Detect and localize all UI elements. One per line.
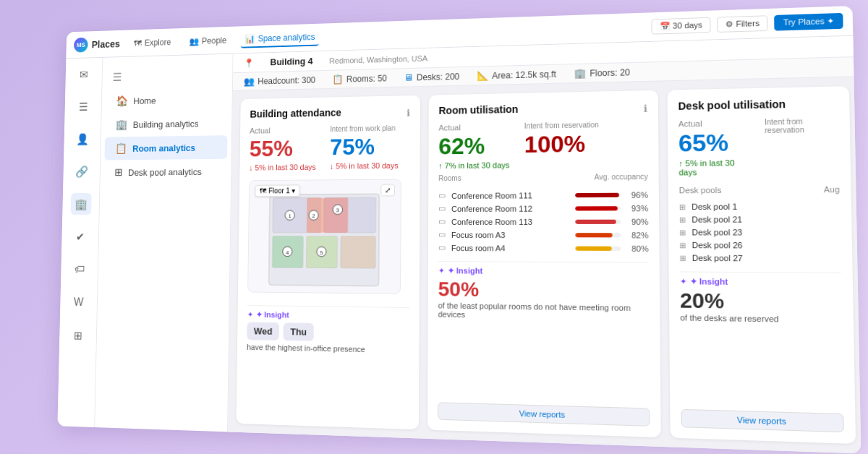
building-attendance-insight: ✦ ✦ Insight Wed Thu have the highest in-…: [247, 305, 409, 354]
desk-pool-icon: ⊞: [679, 228, 686, 236]
app-name: Places: [92, 38, 120, 50]
svg-text:3: 3: [336, 207, 339, 214]
room-actual-metric: Actual 62% ↑ 7% in last 30 days: [438, 122, 509, 170]
building-location: Redmond, Washington, USA: [329, 53, 427, 64]
desk-pool-insight-text: of the desks are reserved: [680, 313, 842, 325]
insight-days: Wed Thu: [247, 322, 409, 343]
sidebar-people-icon[interactable]: 👤: [72, 128, 93, 150]
sidebar-grid-icon[interactable]: ⊞: [67, 324, 88, 346]
rooms-stat: 📋 Rooms: 50: [332, 73, 387, 85]
room-bar-wrap: [575, 206, 621, 210]
filters-button[interactable]: ⚙ Filters: [717, 15, 768, 33]
desk-pool-metrics: Actual 65% ↑ 5% in last 30 days Intent f…: [678, 117, 840, 177]
sidebar-tag-icon[interactable]: 🏷: [69, 258, 90, 280]
nav-right: 📅 30 days ⚙ Filters Try Places ✦: [651, 13, 843, 35]
wed-badge: Wed: [247, 322, 279, 340]
desk-pool-trend: ↑ 5% in last 30 days: [678, 158, 749, 177]
nav-space-analytics[interactable]: 📊 Space analytics: [241, 29, 319, 48]
svg-rect-7: [324, 198, 349, 234]
sidebar-mail-icon[interactable]: ✉: [73, 64, 94, 85]
building-name: Building 4: [270, 56, 312, 67]
room-view-reports-button[interactable]: View reports: [438, 402, 650, 427]
headcount-icon: 👥: [244, 76, 255, 87]
table-row: ▭ Focus room A4 80%: [438, 243, 649, 253]
date-range-button[interactable]: 📅 30 days: [651, 17, 711, 35]
app-logo: MS Places: [74, 36, 120, 52]
try-places-button[interactable]: Try Places ✦: [775, 13, 843, 31]
sidebar-check-icon[interactable]: ✔: [69, 226, 90, 247]
floors-icon: 🏢: [574, 68, 587, 79]
table-row: ▭ Conference Room 113 90%: [438, 217, 648, 226]
desk-pool-icon: ⊞: [679, 254, 686, 262]
room-metrics: Actual 62% ↑ 7% in last 30 days Intent f…: [438, 120, 647, 170]
building-attendance-title: Building attendance: [250, 107, 341, 120]
floor-map-svg: 2 3 1 4 5: [248, 180, 401, 294]
rooms-icon: 📋: [332, 74, 343, 85]
desk-pool-icon: ⊞: [679, 202, 686, 210]
desk-pool-intent: Intent from reservation: [765, 117, 840, 176]
nav-explore[interactable]: 🗺 Explore: [130, 34, 175, 50]
svg-rect-10: [341, 236, 375, 268]
room-utilisation-insight: ✦ ✦ Insight 50% of the least popular roo…: [438, 261, 650, 322]
content-area: 📍 Building 4 Redmond, Washington, USA 👥 …: [228, 36, 861, 454]
cards-row: Building attendance ℹ Actual 55% ↓ 5% in…: [228, 76, 861, 453]
room-info-icon[interactable]: ℹ: [644, 103, 647, 113]
room-actual-value: 62%: [438, 133, 509, 159]
logo-icon: MS: [74, 37, 88, 52]
insight-text: have the highest in-office presence: [247, 343, 409, 354]
room-bar: [575, 233, 613, 237]
list-item: ⊞ Desk pool 21: [679, 215, 841, 224]
floor-selector[interactable]: 🗺 Floor 1 ▾: [255, 185, 300, 197]
nav-home[interactable]: 🏠 Home: [106, 87, 229, 113]
actual-value: 55%: [250, 136, 317, 161]
room-row-icon: ▭: [438, 191, 446, 200]
actual-trend: ↓ 5% in last 30 days: [249, 163, 315, 172]
expand-button[interactable]: ⤢: [380, 184, 395, 197]
aug-label: Aug: [824, 185, 840, 194]
nav-room-analytics[interactable]: 📋 Room analytics: [104, 135, 227, 160]
list-item: ⊞ Desk pool 23: [679, 228, 841, 237]
desk-pool-actual: Actual 65% ↑ 5% in last 30 days: [678, 119, 749, 177]
desk-pool-icon: ⊞: [679, 241, 686, 249]
room-utilisation-title: Room utilisation: [438, 103, 518, 116]
hamburger-menu[interactable]: ☰: [102, 62, 232, 90]
floors-stat: 🏢 Floors: 20: [574, 67, 630, 79]
desk-pool-list: ⊞ Desk pool 1 ⊞ Desk pool 21 ⊞ Desk pool…: [679, 202, 841, 263]
sidebar-word-icon[interactable]: W: [68, 291, 89, 314]
intent-metric: Intent from work plan 75% ↓ 5% in last 3…: [330, 124, 399, 171]
room-list-header: Rooms Avg. occupancy: [438, 173, 648, 182]
sidebar-menu-icon[interactable]: ☰: [72, 95, 93, 117]
area-icon: 📐: [477, 70, 488, 81]
list-item: ⊞ Desk pool 26: [679, 241, 841, 250]
desks-stat: 🖥 Desks: 200: [404, 71, 459, 83]
room-icon: 📋: [115, 142, 127, 155]
room-row-icon: ▭: [438, 217, 446, 226]
building-attendance-card: Building attendance ℹ Actual 55% ↓ 5% in…: [236, 95, 420, 429]
nav-desk-pool-analytics[interactable]: ⊞ Desk pool analytics: [104, 160, 227, 184]
home-icon: 🏠: [116, 95, 128, 107]
room-bar: [575, 219, 616, 223]
room-row-icon: ▭: [438, 230, 446, 239]
desk-pool-title: Desk pool utilisation: [678, 97, 838, 112]
room-bar: [575, 246, 611, 250]
nav-building-analytics[interactable]: 🏢 Building analytics: [105, 111, 228, 137]
desks-icon: 🖥: [404, 72, 413, 83]
list-item: ⊞ Desk pool 1: [679, 202, 840, 211]
attendance-metrics: Actual 55% ↓ 5% in last 30 days Intent f…: [249, 124, 410, 171]
left-panel: ☰ 🏠 Home 🏢 Building analytics 📋 Room ana…: [95, 54, 233, 432]
svg-text:4: 4: [286, 249, 289, 256]
desk-pool-view-reports-button[interactable]: View reports: [681, 409, 843, 432]
sidebar-places-icon[interactable]: 🏢: [70, 193, 91, 215]
room-bar-wrap: [575, 233, 621, 237]
desk-pool-actual-value: 65%: [678, 129, 749, 157]
actual-metric: Actual 55% ↓ 5% in last 30 days: [249, 126, 316, 172]
sidebar-org-icon[interactable]: 🔗: [71, 160, 92, 182]
list-item: ⊞ Desk pool 27: [679, 254, 841, 264]
info-icon[interactable]: ℹ: [407, 107, 410, 118]
nav-people[interactable]: 👥 People: [185, 33, 231, 49]
desk-pool-insight: ✦ ✦ Insight 20% of the desks are reserve…: [680, 272, 842, 325]
main-layout: ✉ ☰ 👤 🔗 🏢 ✔ 🏷 W ⊞ ☰ 🏠 Home 🏢 Building an…: [57, 36, 861, 454]
area-stat: 📐 Area: 12.5k sq.ft: [477, 69, 556, 82]
content-inner: 📍 Building 4 Redmond, Washington, USA 👥 …: [228, 36, 861, 454]
table-row: ▭ Conference Room 112 93%: [438, 203, 648, 213]
